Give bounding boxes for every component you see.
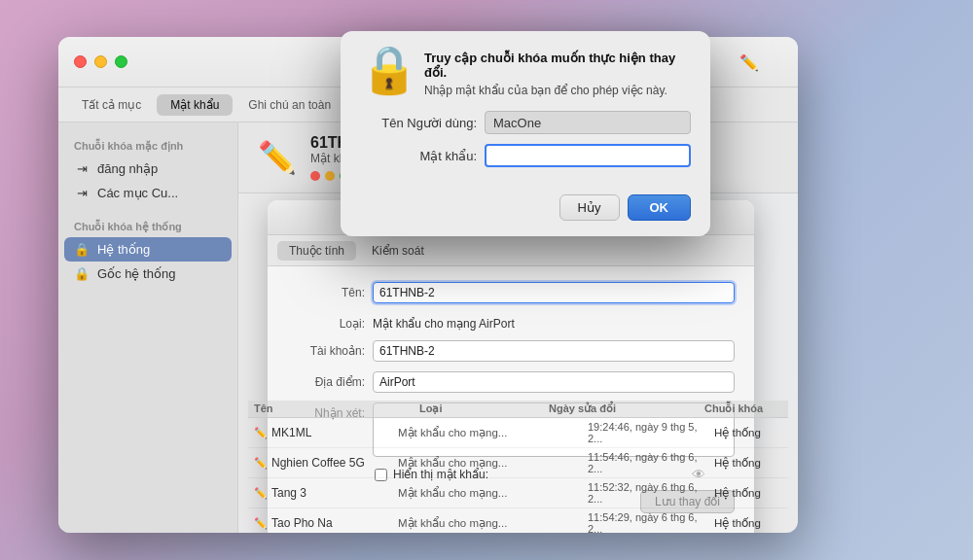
inner-tab-control[interactable]: Kiểm soát xyxy=(360,241,436,261)
row-keychain: Hệ thống xyxy=(714,426,782,439)
dialog-buttons: Hủy OK xyxy=(341,187,710,236)
maximize-button[interactable] xyxy=(115,55,127,68)
row-icon: ✏️ xyxy=(254,427,271,439)
row-type: Mật khẩu cho mạng... xyxy=(398,486,588,500)
table-row[interactable]: ✏️ Tang 3 Mật khẩu cho mạng... 11:52:32,… xyxy=(248,478,788,508)
items-icon: ⇥ xyxy=(74,186,90,200)
table-area: Tên Loại Ngày sửa đổi Chuỗi khóa ✏️ MK1M… xyxy=(238,397,798,533)
row-type: Mật khẩu cho mạng... xyxy=(398,456,588,470)
ten-input[interactable] xyxy=(373,282,735,303)
row-name: Nghien Coffee 5G xyxy=(271,456,398,470)
user-value: MacOne xyxy=(485,111,691,134)
form-row-ten: Tên: xyxy=(287,282,735,303)
row-date: 19:24:46, ngày 9 thg 5, 2... xyxy=(588,421,714,444)
taikhoan-input[interactable] xyxy=(373,340,735,362)
dialog-form: Tên Người dùng: MacOne Mật khẩu: xyxy=(341,97,710,187)
taikhoan-label: Tài khoản: xyxy=(287,340,365,358)
lock-icon: 🔒 xyxy=(360,47,411,93)
root-icon: 🔒 xyxy=(74,266,90,281)
dialog-text: Truy cập chuỗi khóa muốn thực hiện thay … xyxy=(424,51,691,97)
lock-icon-wrapper: 🔒 xyxy=(360,47,411,97)
tab-secure-notes[interactable]: Ghi chú an toàn xyxy=(234,94,344,116)
col-header-date: Ngày sửa đổi xyxy=(549,402,704,415)
cancel-button[interactable]: Hủy xyxy=(559,194,620,221)
loai-label: Loại: xyxy=(287,313,365,331)
row-icon: ✏️ xyxy=(254,457,271,470)
row-icon: ✏️ xyxy=(254,487,271,500)
inner-tab-properties[interactable]: Thuộc tính xyxy=(277,241,356,261)
dialog-field-user: Tên Người dùng: MacOne xyxy=(360,111,691,134)
row-date: 11:54:29, ngày 6 thg 6, 2... xyxy=(588,511,714,533)
traffic-lights xyxy=(74,55,127,68)
close-button[interactable] xyxy=(74,55,87,68)
row-icon: ✏️ xyxy=(254,517,271,530)
diadiem-label: Địa điểm: xyxy=(287,371,365,389)
system-icon: 🔒 xyxy=(74,242,90,257)
row-date: 11:54:46, ngày 6 thg 6, 2... xyxy=(588,451,714,474)
sidebar-item-root[interactable]: 🔒 Gốc hệ thống xyxy=(58,262,237,286)
minimize-button[interactable] xyxy=(94,55,107,68)
sidebar-item-items[interactable]: ⇥ Các mục Cu... xyxy=(58,181,237,205)
row-name: MK1ML xyxy=(271,426,398,439)
tab-all[interactable]: Tất cả mục xyxy=(68,94,155,116)
auth-dialog: 🔒 Truy cập chuỗi khóa muốn thực hiện tha… xyxy=(341,31,710,236)
password-input[interactable] xyxy=(485,144,691,167)
dialog-subtitle: Nhập mật khẩu của bạn để cho phép việc n… xyxy=(424,84,691,97)
row-name: Tao Pho Na xyxy=(271,516,398,530)
row-keychain: Hệ thống xyxy=(714,456,782,470)
form-row-taikhoan: Tài khoản: xyxy=(287,340,735,362)
row-type: Mật khẩu cho mạng... xyxy=(398,426,588,439)
password-label: Mật khẩu: xyxy=(360,149,477,163)
sidebar-item-system[interactable]: 🔒 Hệ thống xyxy=(64,237,232,262)
form-row-loai: Loại: Mật khẩu cho mạng AirPort xyxy=(287,313,735,331)
table-row[interactable]: ✏️ Nghien Coffee 5G Mật khẩu cho mạng...… xyxy=(248,448,788,478)
dot-yellow xyxy=(325,171,335,181)
login-icon: ⇥ xyxy=(74,161,90,176)
dialog-field-password: Mật khẩu: xyxy=(360,144,691,167)
ten-label: Tên: xyxy=(287,282,365,299)
inner-tabs: Thuộc tính Kiểm soát xyxy=(268,235,754,266)
loai-value: Mật khẩu cho mạng AirPort xyxy=(373,313,735,331)
pencil-icon: ✏️ xyxy=(258,139,297,176)
sidebar: Chuỗi khóa mặc định ⇥ đăng nhập ⇥ Các mụ… xyxy=(58,122,238,533)
form-row-diadiem: Địa điểm: xyxy=(287,371,735,393)
table-row[interactable]: ✏️ MK1ML Mật khẩu cho mạng... 19:24:46, … xyxy=(248,418,788,448)
sidebar-section-system: Chuỗi khóa hệ thống xyxy=(58,215,237,237)
col-header-name: Tên xyxy=(254,402,419,415)
table-row[interactable]: ✏️ Tao Pho Na Mật khẩu cho mạng... 11:54… xyxy=(248,508,788,533)
dialog-header: 🔒 Truy cập chuỗi khóa muốn thực hiện tha… xyxy=(341,31,710,97)
dot-red xyxy=(310,171,320,181)
user-label: Tên Người dùng: xyxy=(360,116,477,130)
diadiem-input[interactable] xyxy=(373,371,735,393)
edit-icon[interactable]: ✏️ xyxy=(739,52,759,71)
dialog-title: Truy cập chuỗi khóa muốn thực hiện thay … xyxy=(424,51,691,80)
columns-header: Tên Loại Ngày sửa đổi Chuỗi khóa xyxy=(248,401,788,418)
sidebar-section-default: Chuỗi khóa mặc định xyxy=(58,134,237,157)
tab-password[interactable]: Mật khẩu xyxy=(157,94,233,116)
row-keychain: Hệ thống xyxy=(714,486,782,500)
row-date: 11:52:32, ngày 6 thg 6, 2... xyxy=(588,481,714,505)
sidebar-item-login[interactable]: ⇥ đăng nhập xyxy=(58,157,237,181)
col-header-type: Loại xyxy=(419,402,549,415)
col-header-keychain: Chuỗi khóa xyxy=(704,402,782,415)
ok-button[interactable]: OK xyxy=(628,194,692,221)
row-type: Mật khẩu cho mạng... xyxy=(398,516,588,530)
row-name: Tang 3 xyxy=(271,486,398,500)
row-keychain: Hệ thống xyxy=(714,516,782,530)
